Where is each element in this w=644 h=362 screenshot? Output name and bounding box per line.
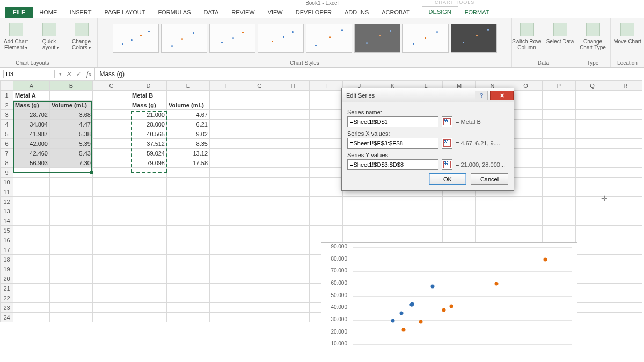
cell-C7[interactable] [93,149,130,158]
cell-D22[interactable] [130,293,167,303]
cell-C16[interactable] [93,235,130,245]
cell-I12[interactable] [310,197,343,206]
cell-G24[interactable] [243,313,276,322]
cell-H19[interactable] [276,264,310,274]
switch-row-column-button[interactable]: Switch Row/ Column [512,20,542,50]
cell-A3[interactable]: 28.702 [13,110,50,120]
cell-B3[interactable]: 3.68 [50,110,93,120]
cell-J15[interactable] [343,226,376,235]
namebox-dropdown-icon[interactable]: ▾ [57,71,64,77]
cell-Q18[interactable] [576,255,609,264]
cell-F9[interactable] [210,168,243,178]
row-header-5[interactable]: 5 [1,129,13,139]
cell-R7[interactable] [609,149,642,158]
cell-F15[interactable] [210,226,243,235]
cell-C8[interactable] [93,158,130,168]
cell-C17[interactable] [93,245,130,255]
dialog-cancel-button[interactable]: Cancel [471,173,508,185]
cell-E3[interactable]: 4.67 [167,110,210,120]
cell-L15[interactable] [409,226,443,235]
cell-M13[interactable] [443,206,476,216]
cell-P10[interactable] [543,178,576,187]
cell-G9[interactable] [243,168,276,178]
change-colors-button[interactable]: Change Colors [67,20,97,51]
cell-P14[interactable] [543,216,576,226]
series-name-input[interactable] [347,116,438,127]
cell-Q4[interactable] [576,120,609,129]
cell-A7[interactable]: 42.460 [13,149,50,158]
select-all-corner[interactable] [1,81,13,91]
cell-B12[interactable] [50,197,93,206]
cell-A10[interactable] [13,178,50,187]
cell-B9[interactable] [50,168,93,178]
cell-A14[interactable] [13,216,50,226]
cell-E17[interactable] [167,245,210,255]
cell-M12[interactable] [443,197,476,206]
cell-G11[interactable] [243,187,276,197]
row-header-14[interactable]: 14 [1,216,13,226]
chart-style-6[interactable] [354,24,400,53]
add-chart-element-button[interactable]: Add Chart Element [1,20,31,51]
chart-point-Metal B[interactable] [494,282,498,286]
cell-P7[interactable] [543,149,576,158]
cell-E2[interactable]: Volume (mL) [167,100,210,110]
cell-C24[interactable] [93,313,130,322]
chart-style-4[interactable] [258,24,304,53]
cell-Q6[interactable] [576,139,609,149]
cell-P8[interactable] [543,158,576,168]
cell-A16[interactable] [13,235,50,245]
formula-input[interactable]: Mass (g) [94,68,644,80]
cell-P12[interactable] [543,197,576,206]
cell-P13[interactable] [543,206,576,216]
cell-G8[interactable] [243,158,276,168]
chart-style-2[interactable] [161,24,207,53]
tab-file[interactable]: FILE [5,7,33,18]
row-header-16[interactable]: 16 [1,235,13,245]
col-header-D[interactable]: D [130,81,167,91]
cell-R19[interactable] [609,264,642,274]
cell-E4[interactable]: 6.21 [167,120,210,129]
cell-B20[interactable] [50,274,93,284]
cell-G12[interactable] [243,197,276,206]
cell-P11[interactable] [543,187,576,197]
tab-data[interactable]: DATA [197,8,225,18]
cell-H14[interactable] [276,216,310,226]
cell-L14[interactable] [409,216,443,226]
cell-E7[interactable]: 13.12 [167,149,210,158]
row-header-13[interactable]: 13 [1,206,13,216]
cell-C22[interactable] [93,293,130,303]
cell-P6[interactable] [543,139,576,149]
cell-B16[interactable] [50,235,93,245]
cell-C18[interactable] [93,255,130,264]
cell-F5[interactable] [210,129,243,139]
cell-H12[interactable] [276,197,310,206]
cell-C5[interactable] [93,129,130,139]
insert-function-icon[interactable]: fx [83,70,94,78]
cell-G3[interactable] [243,110,276,120]
cell-B22[interactable] [50,293,93,303]
cell-I4[interactable] [310,120,343,129]
cell-R9[interactable] [609,168,642,178]
cell-D10[interactable] [130,178,167,187]
cancel-formula-icon[interactable]: ✕ [64,70,74,78]
cell-R23[interactable] [609,303,642,313]
cell-Q9[interactable] [576,168,609,178]
dialog-close-button[interactable]: ✕ [490,91,514,100]
chart-style-5[interactable] [306,24,352,53]
tab-acrobat[interactable]: ACROBAT [375,8,416,18]
cell-E6[interactable]: 8.35 [167,139,210,149]
cell-E1[interactable] [167,91,210,100]
col-header-A[interactable]: A [13,81,50,91]
cell-I8[interactable] [310,158,343,168]
cell-G10[interactable] [243,178,276,187]
cell-A6[interactable]: 42.000 [13,139,50,149]
cell-F3[interactable] [210,110,243,120]
cell-L12[interactable] [409,197,443,206]
cell-E13[interactable] [167,206,210,216]
cell-O13[interactable] [509,206,543,216]
cell-G18[interactable] [243,255,276,264]
cell-R12[interactable] [609,197,642,206]
cell-G13[interactable] [243,206,276,216]
cell-A24[interactable] [13,313,50,322]
col-header-R[interactable]: R [609,81,642,91]
